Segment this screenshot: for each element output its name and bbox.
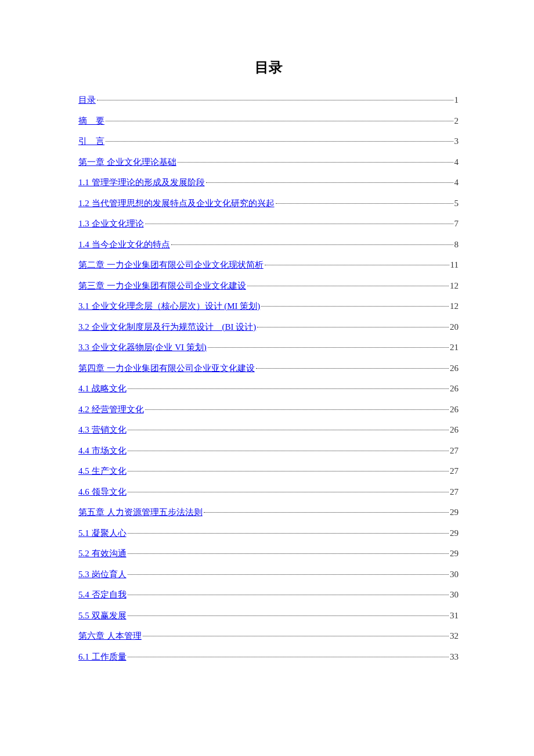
toc-link[interactable]: 3.2 企业文化制度层及行为规范设计 (BI 设计) bbox=[78, 321, 256, 333]
toc-entry: 1.4 当今企业文化的特点8 bbox=[78, 239, 459, 251]
toc-leader-dots bbox=[145, 224, 453, 224]
toc-link[interactable]: 4.4 市场文化 bbox=[78, 445, 127, 457]
toc-link[interactable]: 目录 bbox=[78, 94, 96, 106]
toc-leader-dots bbox=[128, 492, 449, 492]
toc-page-number: 4 bbox=[454, 177, 459, 189]
toc-leader-dots bbox=[128, 574, 449, 575]
toc-link[interactable]: 4.5 生产文化 bbox=[78, 465, 127, 477]
toc-link[interactable]: 3.3 企业文化器物层(企业 VI 策划) bbox=[78, 341, 207, 354]
toc-page-number: 27 bbox=[450, 465, 459, 477]
toc-link[interactable]: 1.1 管理学理论的形成及发展阶段 bbox=[78, 177, 205, 189]
toc-link[interactable]: 1.2 当代管理思想的发展特点及企业文化研究的兴起 bbox=[78, 197, 275, 210]
toc-entry: 4.3 营销文化26 bbox=[78, 424, 459, 436]
toc-page-number: 30 bbox=[450, 589, 459, 601]
toc-leader-dots bbox=[204, 512, 449, 513]
toc-link[interactable]: 第六章 人本管理 bbox=[78, 630, 142, 642]
toc-entry: 摘 要2 bbox=[78, 115, 459, 127]
toc-leader-dots bbox=[128, 388, 449, 389]
toc-link[interactable]: 4.2 经营管理文化 bbox=[78, 404, 144, 416]
toc-link[interactable]: 4.3 营销文化 bbox=[78, 424, 127, 436]
toc-page-number: 1 bbox=[454, 94, 459, 106]
toc-leader-dots bbox=[265, 265, 449, 265]
toc-entry: 1.2 当代管理思想的发展特点及企业文化研究的兴起5 bbox=[78, 197, 459, 210]
toc-entry: 1.3 企业文化理论7 bbox=[78, 218, 459, 230]
toc-leader-dots bbox=[261, 306, 449, 307]
toc-entry: 4.1 战略文化26 bbox=[78, 383, 459, 395]
toc-link[interactable]: 1.3 企业文化理论 bbox=[78, 218, 144, 230]
toc-link[interactable]: 第四章 一力企业集团有限公司企业亚文化建设 bbox=[78, 362, 255, 375]
toc-entry: 5.1 凝聚人心29 bbox=[78, 527, 459, 539]
toc-leader-dots bbox=[97, 100, 453, 100]
toc-entry: 4.4 市场文化27 bbox=[78, 445, 459, 457]
table-of-contents: 目录1摘 要2引 言3第一章 企业文化理论基础41.1 管理学理论的形成及发展阶… bbox=[78, 94, 459, 663]
toc-page-number: 3 bbox=[454, 135, 459, 147]
toc-leader-dots bbox=[128, 657, 449, 657]
toc-entry: 5.4 否定自我30 bbox=[78, 589, 459, 601]
toc-leader-dots bbox=[143, 636, 449, 636]
toc-entry: 5.5 双赢发展31 bbox=[78, 610, 459, 622]
toc-page-number: 30 bbox=[450, 568, 459, 581]
toc-page-number: 27 bbox=[450, 486, 459, 498]
toc-entry: 4.5 生产文化27 bbox=[78, 465, 459, 477]
toc-page-number: 29 bbox=[450, 548, 459, 560]
toc-entry: 5.2 有效沟通29 bbox=[78, 548, 459, 560]
toc-link[interactable]: 摘 要 bbox=[78, 115, 104, 127]
toc-leader-dots bbox=[206, 182, 453, 183]
toc-page-number: 7 bbox=[454, 218, 459, 230]
toc-page-number: 12 bbox=[450, 300, 459, 312]
toc-leader-dots bbox=[257, 327, 449, 327]
toc-leader-dots bbox=[247, 286, 449, 286]
toc-link[interactable]: 5.4 否定自我 bbox=[78, 589, 127, 601]
toc-leader-dots bbox=[145, 409, 449, 410]
toc-link[interactable]: 6.1 工作质量 bbox=[78, 651, 127, 663]
toc-leader-dots bbox=[208, 347, 449, 348]
toc-page-number: 4 bbox=[454, 156, 459, 168]
toc-link[interactable]: 第三章 一力企业集团有限公司企业文化建设 bbox=[78, 280, 246, 292]
toc-page-number: 26 bbox=[450, 383, 459, 395]
toc-leader-dots bbox=[128, 430, 449, 430]
toc-link[interactable]: 第二章 一力企业集团有限公司企业文化现状简析 bbox=[78, 259, 264, 271]
toc-link[interactable]: 1.4 当今企业文化的特点 bbox=[78, 239, 170, 251]
toc-page-number: 26 bbox=[450, 362, 459, 375]
toc-page-number: 26 bbox=[450, 424, 459, 436]
toc-link[interactable]: 4.1 战略文化 bbox=[78, 383, 127, 395]
toc-link[interactable]: 5.5 双赢发展 bbox=[78, 610, 127, 622]
toc-page-number: 11 bbox=[450, 259, 459, 271]
toc-page-number: 20 bbox=[450, 321, 459, 333]
toc-entry: 第一章 企业文化理论基础4 bbox=[78, 156, 459, 168]
toc-link[interactable]: 4.6 领导文化 bbox=[78, 486, 127, 498]
toc-leader-dots bbox=[128, 471, 449, 471]
toc-page-number: 32 bbox=[450, 630, 459, 642]
toc-link[interactable]: 5.1 凝聚人心 bbox=[78, 527, 127, 539]
toc-link[interactable]: 3.1 企业文化理念层（核心层次）设计 (MI 策划) bbox=[78, 300, 260, 312]
toc-page-number: 26 bbox=[450, 404, 459, 416]
toc-entry: 5.3 岗位育人30 bbox=[78, 568, 459, 581]
toc-page-number: 21 bbox=[450, 341, 459, 354]
toc-entry: 4.2 经营管理文化26 bbox=[78, 404, 459, 416]
toc-entry: 第六章 人本管理32 bbox=[78, 630, 459, 642]
toc-page-number: 29 bbox=[450, 527, 459, 539]
toc-page-number: 33 bbox=[450, 651, 459, 663]
toc-entry: 4.6 领导文化27 bbox=[78, 486, 459, 498]
toc-page-number: 5 bbox=[454, 197, 459, 210]
toc-leader-dots bbox=[128, 615, 449, 616]
toc-leader-dots bbox=[128, 595, 449, 595]
toc-link[interactable]: 5.3 岗位育人 bbox=[78, 568, 127, 581]
toc-leader-dots bbox=[106, 141, 453, 142]
toc-page-number: 31 bbox=[450, 610, 459, 622]
toc-page-number: 8 bbox=[454, 239, 459, 251]
toc-link[interactable]: 引 言 bbox=[78, 135, 104, 147]
toc-page-number: 12 bbox=[450, 280, 459, 292]
toc-link[interactable]: 第五章 人力资源管理五步法法则 bbox=[78, 506, 203, 519]
toc-link[interactable]: 第一章 企业文化理论基础 bbox=[78, 156, 176, 168]
toc-page-number: 29 bbox=[450, 506, 459, 519]
toc-leader-dots bbox=[128, 451, 449, 451]
toc-link[interactable]: 5.2 有效沟通 bbox=[78, 548, 127, 560]
toc-entry: 1.1 管理学理论的形成及发展阶段4 bbox=[78, 177, 459, 189]
toc-entry: 引 言3 bbox=[78, 135, 459, 147]
toc-leader-dots bbox=[276, 203, 453, 204]
toc-entry: 3.2 企业文化制度层及行为规范设计 (BI 设计)20 bbox=[78, 321, 459, 333]
toc-entry: 3.3 企业文化器物层(企业 VI 策划)21 bbox=[78, 341, 459, 354]
toc-leader-dots bbox=[106, 121, 453, 121]
toc-entry: 第三章 一力企业集团有限公司企业文化建设12 bbox=[78, 280, 459, 292]
